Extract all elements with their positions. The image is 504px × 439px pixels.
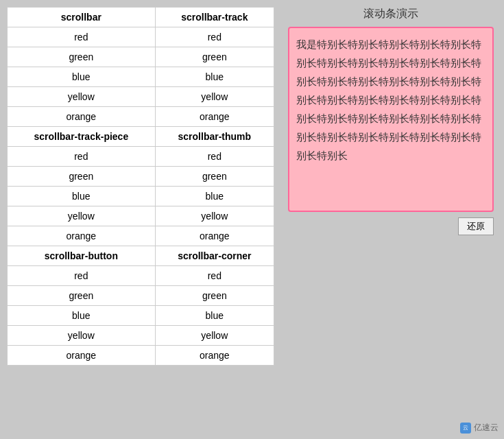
- table-row: orange: [8, 107, 156, 127]
- table-row: orange: [155, 226, 274, 246]
- table-row: blue: [8, 187, 156, 206]
- table-row: yellow: [8, 87, 156, 107]
- right-panel: 滚动条演示 我是特别长特别长特别长特别长特别长特别长特别长特别长特别长特别长特别…: [281, 7, 501, 432]
- table-row: blue: [8, 306, 156, 326]
- col1-header-1: scrollbar: [8, 8, 156, 27]
- watermark-text: 亿速云: [474, 422, 499, 434]
- table-row: red: [8, 27, 156, 47]
- table-row: blue: [8, 67, 156, 87]
- table-row: red: [8, 147, 156, 167]
- table-row: green: [8, 167, 156, 187]
- table-row: green: [8, 286, 156, 306]
- table-row: orange: [8, 346, 156, 366]
- table-row: red: [155, 147, 274, 167]
- table-row: yellow: [155, 326, 274, 346]
- col1-header-3: scrollbar-button: [8, 246, 156, 266]
- table-row: yellow: [155, 87, 274, 107]
- table-row: blue: [155, 67, 274, 87]
- table-row: yellow: [8, 326, 156, 346]
- demo-title: 滚动条演示: [363, 7, 418, 21]
- watermark-icon: 云: [460, 423, 471, 434]
- table-row: red: [155, 27, 274, 47]
- col2-header-2: scrollbar-thumb: [155, 127, 274, 147]
- col1-header-2: scrollbar-track-piece: [8, 127, 156, 147]
- table-row: red: [8, 266, 156, 286]
- left-panel: scrollbar scrollbar-track red red green …: [7, 7, 274, 432]
- table-row: orange: [155, 107, 274, 127]
- col2-header-1: scrollbar-track: [155, 8, 274, 27]
- restore-button[interactable]: 还原: [458, 217, 494, 235]
- table-row: blue: [155, 306, 274, 326]
- table-row: blue: [155, 187, 274, 206]
- col2-header-3: scrollbar-corner: [155, 246, 274, 266]
- table-row: green: [155, 286, 274, 306]
- table-row: yellow: [155, 206, 274, 226]
- table-row: green: [155, 47, 274, 67]
- main-container: scrollbar scrollbar-track red red green …: [0, 0, 504, 439]
- watermark: 云 亿速云: [460, 422, 499, 434]
- table-row: green: [8, 47, 156, 67]
- table-row: red: [155, 266, 274, 286]
- scrollbar-table: scrollbar scrollbar-track red red green …: [7, 7, 274, 366]
- table-row: orange: [155, 346, 274, 366]
- scroll-demo-box[interactable]: 我是特别长特别长特别长特别长特别长特别长特别长特别长特别长特别长特别长特别长特别…: [288, 27, 494, 212]
- table-row: orange: [8, 226, 156, 246]
- table-row: green: [155, 167, 274, 187]
- table-row: yellow: [8, 206, 156, 226]
